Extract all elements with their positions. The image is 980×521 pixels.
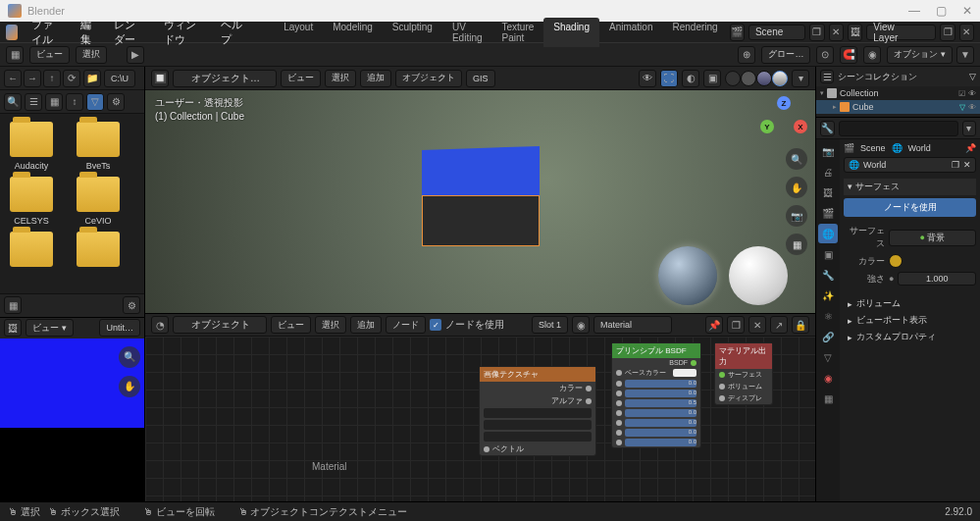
fb-refresh-icon[interactable]: ⟳ [63, 70, 80, 87]
window-close[interactable]: ✕ [962, 4, 972, 18]
node-editor-canvas[interactable]: 画像テクスチャ カラー アルファ ベクトル プリンシプル BSDF BSDF ベ… [145, 337, 815, 501]
fb-options-icon[interactable]: ⚙ [123, 296, 140, 314]
tab-uvediting[interactable]: UV Editing [442, 18, 492, 47]
uv-editor-icon[interactable]: 🖼 [4, 319, 22, 337]
vp-menu-add[interactable]: 追加 [360, 70, 391, 87]
viewlayer-delete-icon[interactable]: ✕ [959, 24, 974, 41]
surface-shader-field[interactable]: ● 背景 [889, 230, 976, 246]
fb-forward-icon[interactable]: → [24, 70, 41, 87]
tab-modifier-icon[interactable]: 🔧 [818, 265, 838, 285]
tab-scene-icon[interactable]: 🎬 [818, 203, 838, 223]
fb-back-icon[interactable]: ← [4, 70, 22, 87]
shading-solid[interactable] [741, 71, 756, 86]
fb-display-list-icon[interactable]: ☰ [25, 93, 42, 111]
orientation-dropdown[interactable]: グロー… [761, 46, 810, 64]
outliner-editor-icon[interactable]: ☰ [820, 70, 834, 83]
tab-render-icon[interactable]: 📷 [818, 141, 838, 161]
vp-editor-icon[interactable]: 🔲 [151, 70, 169, 87]
vp-menu-view[interactable]: ビュー [281, 70, 321, 87]
world-new-icon[interactable]: ❐ [952, 160, 959, 170]
use-nodes-checkbox[interactable]: ✓ [430, 319, 441, 331]
ne-editor-icon[interactable]: ◔ [151, 316, 169, 334]
vp-overlay-toggle-icon[interactable]: ◐ [682, 70, 699, 87]
hdri-preview-sphere[interactable] [658, 246, 717, 305]
fb-search-icon[interactable]: 🔍 [4, 93, 22, 111]
uv-view-menu[interactable]: ビュー ▾ [26, 319, 74, 337]
ne-type-dropdown[interactable]: オブジェクト [173, 316, 267, 334]
panel-volume[interactable]: ▸ ボリューム [844, 295, 976, 312]
panel-viewport-display[interactable]: ▸ ビューポート表示 [844, 312, 976, 329]
folder-item[interactable]: Audacity [6, 122, 57, 171]
menu-file[interactable]: ファイル [24, 15, 71, 50]
axis-y-icon[interactable]: Y [760, 120, 774, 133]
folder-item[interactable] [73, 232, 124, 267]
uv-pan-icon[interactable]: ✋ [119, 376, 140, 397]
fb-newfolder-icon[interactable]: 📁 [83, 70, 101, 87]
uv-zoom-icon[interactable]: 🔍 [119, 346, 140, 368]
ne-menu-view[interactable]: ビュー [271, 316, 311, 334]
hide-icon[interactable]: 👁 [968, 89, 976, 98]
scene-new-icon[interactable]: ❐ [809, 24, 824, 41]
proportional-icon[interactable]: ◉ [863, 46, 881, 64]
vp-persp-icon[interactable]: ▦ [786, 234, 807, 255]
vp-xray-icon[interactable]: ▣ [703, 70, 721, 87]
panel-custom-props[interactable]: ▸ カスタムプロパティ [844, 329, 976, 345]
tab-particles-icon[interactable]: ✨ [818, 286, 838, 305]
fb-up-icon[interactable]: ↑ [43, 70, 61, 87]
fb-editor-icon[interactable]: ▦ [4, 296, 22, 314]
world-unlink-icon[interactable]: ✕ [963, 160, 971, 170]
vp-pan-icon[interactable]: ✋ [786, 177, 807, 198]
world-color-swatch[interactable] [889, 254, 903, 268]
pin-icon[interactable]: 📌 [965, 143, 976, 153]
blender-logo-icon[interactable] [6, 25, 18, 40]
fb-filter-icon[interactable]: ▽ [86, 93, 104, 111]
shading-rendered[interactable] [772, 71, 788, 86]
ne-copy-icon[interactable]: ❐ [727, 316, 745, 334]
ne-lock-icon[interactable]: 🔒 [792, 316, 809, 334]
material-name-field[interactable]: Material [593, 316, 672, 334]
window-maximize[interactable]: ▢ [936, 4, 947, 18]
shading-material[interactable] [756, 71, 772, 86]
viewlayer-browse-icon[interactable]: 🖼 [848, 24, 862, 41]
vp-selectability-icon[interactable]: 👁 [639, 70, 656, 87]
tab-world-icon[interactable]: 🌐 [818, 224, 838, 243]
vp-menu-object[interactable]: オブジェクト [395, 70, 462, 87]
play-icon[interactable]: ▶ [127, 46, 144, 64]
options-dropdown[interactable]: オブション ▾ [887, 46, 953, 64]
principled-bsdf-node[interactable]: プリンシプル BSDF BSDF ベースカラー 0.0 0.0 0.5 0.0 … [611, 342, 701, 448]
vp-menu-gis[interactable]: GIS [466, 70, 495, 87]
tab-rendering[interactable]: Rendering [662, 18, 727, 47]
tab-material-icon[interactable]: ◉ [818, 368, 838, 388]
orientation-icon[interactable]: ⊕ [738, 46, 755, 64]
tab-sculpting[interactable]: Sculpting [383, 18, 442, 47]
axis-gizmo[interactable]: Z X Y [760, 96, 807, 143]
image-texture-node[interactable]: 画像テクスチャ カラー アルファ ベクトル [479, 366, 596, 456]
fb-path-field[interactable]: C:\U [104, 70, 135, 87]
cube-object[interactable] [422, 148, 540, 246]
hide-icon[interactable]: 👁 [968, 103, 976, 112]
pivot-icon[interactable]: ⊙ [816, 46, 834, 64]
menu-help[interactable]: ヘルプ [213, 15, 252, 50]
vp-mode-dropdown[interactable]: オブジェクト… [173, 70, 277, 87]
use-nodes-button[interactable]: ノードを使用 [844, 198, 976, 217]
slot-dropdown[interactable]: Slot 1 [532, 316, 568, 334]
tab-modeling[interactable]: Modeling [323, 18, 383, 47]
tab-physics-icon[interactable]: ⚛ [818, 306, 838, 326]
outliner-cube-row[interactable]: ▸ Cube ▽👁 [816, 100, 980, 114]
3d-viewport[interactable]: ユーザー・透視投影 (1) Collection | Cube Z X Y 🔍 … [145, 90, 815, 313]
vp-zoom-icon[interactable]: 🔍 [786, 148, 807, 170]
tab-viewlayer-icon[interactable]: 🖼 [818, 182, 838, 202]
folder-item[interactable]: BveTs [73, 122, 124, 171]
world-datablock-field[interactable]: 🌐World ❐ ✕ [844, 157, 976, 173]
folder-item[interactable]: CELSYS [6, 177, 57, 226]
outliner-collection-row[interactable]: ▾ Collection ☑👁 [816, 86, 980, 100]
editor-type-icon[interactable]: ▦ [6, 46, 24, 64]
uv-canvas[interactable]: 🔍 ✋ [0, 339, 144, 502]
vp-menu-select[interactable]: 選択 [325, 70, 356, 87]
menu-edit[interactable]: 編集 [73, 15, 104, 50]
subheader-select[interactable]: 選択 [76, 46, 107, 64]
tab-shading[interactable]: Shading [543, 18, 599, 47]
menu-render[interactable]: レンダー [106, 15, 153, 50]
fb-settings-icon[interactable]: ⚙ [107, 93, 125, 111]
fb-body[interactable]: Audacity BveTs CELSYS CeVIO [0, 114, 144, 293]
